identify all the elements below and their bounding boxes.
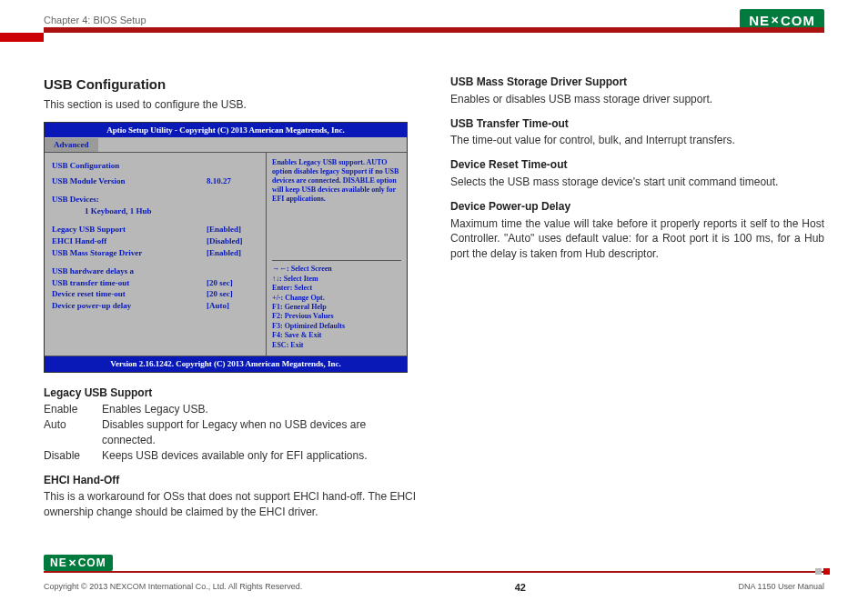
subsection-body: Selects the USB mass storage device's st…	[450, 175, 824, 190]
page-number: 42	[515, 582, 526, 593]
right-column: USB Mass Storage Driver Support Enables …	[450, 75, 824, 556]
header-rule	[44, 27, 824, 33]
subsection-title: Device Power-up Delay	[450, 199, 824, 215]
bios-key: F3: Optimized Defaults	[272, 322, 401, 331]
subsection-title: Device Reset Time-out	[450, 157, 824, 173]
bios-module-value: 8.10.27	[207, 175, 231, 187]
bios-help-text: Enables Legacy USB support. AUTO option …	[272, 158, 401, 204]
bios-devices-value: 1 Keyboard, 1 Hub	[52, 205, 258, 217]
bios-title: Aptio Setup Utility - Copyright (C) 2013…	[45, 123, 407, 138]
section-intro: This section is used to configure the US…	[44, 97, 418, 113]
bios-key: F4: Save & Exit	[272, 331, 401, 340]
bios-delay-val: [Auto]	[207, 300, 229, 312]
subsection-title: Legacy USB Support	[44, 386, 418, 401]
subsection-body: Enables or disables USB mass storage dri…	[450, 92, 824, 107]
bios-delay-label: USB transfer time-out	[52, 277, 207, 289]
subsection-body: The time-out value for control, bulk, an…	[450, 133, 824, 148]
bios-key-legend: →←: Select Screen ↑↓: Select Item Enter:…	[272, 260, 401, 350]
bios-key: Enter: Select	[272, 284, 401, 293]
footer-pixel-decor	[815, 568, 830, 575]
subsection-title: USB Transfer Time-out	[450, 116, 824, 132]
section-title: USB Configuration	[44, 75, 418, 94]
bios-opt-val: [Enabled]	[207, 224, 241, 235]
bios-tab-advanced: Advanced	[45, 138, 98, 152]
bios-delays-header: USB hardware delays a	[52, 265, 258, 277]
bios-delay-val: [20 sec]	[207, 277, 233, 289]
chapter-label: Chapter 4: BIOS Setup	[44, 15, 146, 25]
subsection-body: Maximum time the value will take before …	[450, 216, 824, 262]
term: Enable	[44, 402, 93, 417]
bios-opt-label: EHCI Hand-off	[52, 235, 207, 247]
bios-help-pane: Enables Legacy USB support. AUTO option …	[266, 153, 407, 356]
definition: Keeps USB devices available only for EFI…	[102, 448, 368, 464]
definition: Disables support for Legacy when no USB …	[102, 417, 418, 448]
bios-footer: Version 2.16.1242. Copyright (C) 2013 Am…	[45, 356, 407, 372]
definition: Enables Legacy USB.	[102, 402, 208, 417]
left-column: USB Configuration This section is used t…	[44, 75, 418, 556]
subsection-title: USB Mass Storage Driver Support	[450, 75, 824, 90]
manual-name: DNA 1150 User Manual	[738, 582, 824, 593]
bios-tabs: Advanced	[45, 137, 407, 152]
bios-settings: USB Configuration USB Module Version8.10…	[45, 153, 266, 356]
footer-brand: NE✕COM	[44, 554, 113, 571]
bios-key: F1: General Help	[272, 303, 401, 312]
page-corner-tab	[0, 33, 44, 42]
page-footer: Copyright © 2013 NEXCOM International Co…	[44, 582, 824, 593]
bios-opt-val: [Enabled]	[207, 247, 241, 259]
subsection-title: EHCI Hand-Off	[44, 473, 418, 488]
subsection-body: This is a workaround for OSs that does n…	[44, 489, 418, 520]
bios-opt-label: Legacy USB Support	[52, 224, 207, 235]
bios-section-header: USB Configuration	[52, 160, 258, 172]
bios-devices-label: USB Devices:	[52, 194, 258, 205]
bios-key: ↑↓: Select Item	[272, 275, 401, 284]
bios-key: F2: Previous Values	[272, 312, 401, 321]
term: Disable	[44, 448, 93, 464]
bios-delay-label: Device power-up delay	[52, 300, 207, 312]
term: Auto	[44, 417, 93, 448]
bios-key: +/-: Change Opt.	[272, 294, 401, 303]
bios-module-label: USB Module Version	[52, 175, 207, 187]
bios-opt-val: [Disabled]	[207, 235, 243, 247]
footer-rule	[44, 571, 824, 573]
copyright: Copyright © 2013 NEXCOM International Co…	[44, 582, 302, 593]
bios-panel: Aptio Setup Utility - Copyright (C) 2013…	[44, 122, 408, 373]
bios-delay-val: [20 sec]	[207, 288, 233, 300]
bios-key: →←: Select Screen	[272, 265, 401, 274]
bios-key: ESC: Exit	[272, 341, 401, 350]
bios-opt-label: USB Mass Storage Driver	[52, 247, 207, 259]
bios-delay-label: Device reset time-out	[52, 288, 207, 300]
